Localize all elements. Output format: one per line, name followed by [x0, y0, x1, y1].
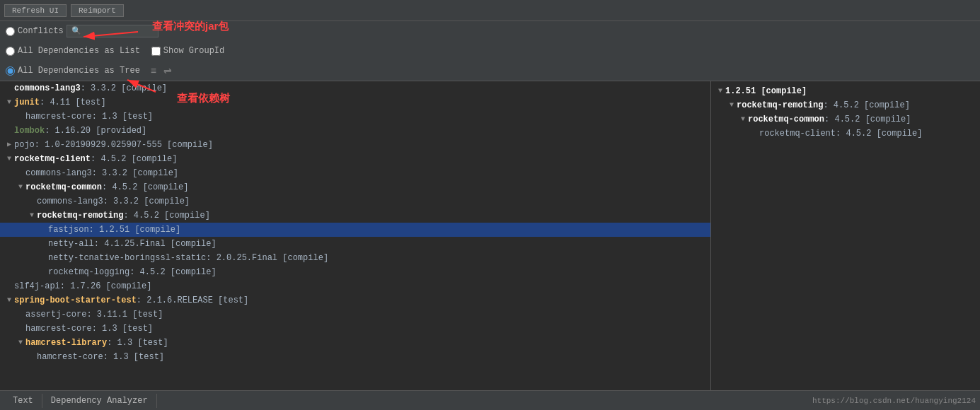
dep-version: : 2.1.6.RELEASE [test]: [137, 294, 248, 307]
toggle-icon[interactable]: ▼: [4, 96, 14, 109]
dep-version: : 4.11 [test]: [40, 96, 106, 109]
dep-name: netty-all: [48, 238, 94, 250]
dep-name: rocketmq-logging: [48, 266, 129, 279]
dep-version: : 4.5.2 [compile]: [123, 209, 209, 222]
right-dependency-panel[interactable]: ▼1.2.51 [compile]▼rocketmq-remoting : 4.…: [711, 81, 980, 390]
dep-name: rocketmq-remoting: [37, 209, 123, 222]
dep-version: : 1.3 [test]: [103, 351, 164, 363]
collapse-all-button[interactable]: ⇌: [161, 64, 174, 77]
dep-version: : 3.11.1 [test]: [86, 308, 163, 321]
toggle-icon[interactable]: ▼: [727, 99, 737, 112]
toggle-icon[interactable]: ▼: [4, 294, 14, 307]
dep-version: : 1.3 [test]: [92, 110, 153, 123]
dep-name: pojo: [14, 139, 35, 151]
toggle-icon[interactable]: ▼: [715, 85, 725, 98]
tree-item[interactable]: rocketmq-client : 4.5.2 [compile]: [711, 127, 980, 141]
tree-item[interactable]: assertj-core : 3.11.1 [test]: [0, 308, 710, 322]
dep-name: rocketmq-client: [14, 153, 91, 165]
tree-item[interactable]: commons-lang3 : 3.3.2 [compile]: [0, 166, 710, 180]
tree-item[interactable]: ▼hamcrest-library : 1.3 [test]: [0, 336, 710, 350]
dep-name: netty-tcnative-boringssl-static: [48, 252, 206, 264]
dep-name: spring-boot-starter-test: [14, 294, 137, 307]
tree-item[interactable]: ▼1.2.51 [compile]: [711, 84, 980, 98]
search-input[interactable]: [67, 25, 158, 37]
tab-dependency-analyzer[interactable]: Dependency Analyzer: [42, 394, 157, 408]
reimport-button[interactable]: Reimport: [71, 4, 124, 17]
show-groupid-checkbox[interactable]: [151, 47, 161, 56]
dep-name: hamcrest-core: [25, 110, 92, 123]
dep-name: slf4j-api: [14, 280, 60, 293]
conflicts-radio[interactable]: [6, 27, 15, 36]
expand-all-button[interactable]: ≡: [149, 64, 158, 77]
dep-version: : 1.0-20190929.025907-555 [compile]: [35, 139, 213, 151]
all-deps-tree-label[interactable]: All Dependencies as Tree: [18, 66, 140, 76]
dep-version: : 3.3.2 [compile]: [103, 195, 190, 208]
toolbar: Refresh UI Reimport: [0, 0, 980, 21]
dep-name: rocketmq-common: [748, 113, 824, 126]
dep-version: : 1.3 [test]: [92, 322, 153, 335]
toggle-icon[interactable]: ▶: [4, 139, 14, 151]
tree-item[interactable]: ▼rocketmq-common : 4.5.2 [compile]: [711, 112, 980, 127]
nav-row-list: All Dependencies as List Show GroupId: [0, 41, 980, 61]
dep-name: commons-lang3: [25, 167, 92, 180]
dep-version: : 4.5.2 [compile]: [823, 99, 909, 112]
tree-item[interactable]: slf4j-api : 1.7.26 [compile]: [0, 279, 710, 293]
tree-item[interactable]: hamcrest-core : 1.3 [test]: [0, 322, 710, 336]
toggle-icon[interactable]: ▼: [16, 336, 25, 349]
tree-item[interactable]: hamcrest-core : 1.3 [test]: [0, 350, 710, 364]
dep-version: : 1.16.20 [provided]: [45, 124, 146, 137]
tree-item[interactable]: hamcrest-core : 1.3 [test]: [0, 110, 710, 124]
toggle-icon[interactable]: ▼: [738, 113, 748, 126]
all-deps-list-label[interactable]: All Dependencies as List: [18, 46, 140, 56]
conflicts-label[interactable]: Conflicts: [18, 26, 64, 36]
tree-item[interactable]: ▼rocketmq-client : 4.5.2 [compile]: [0, 152, 710, 166]
tree-item[interactable]: ▼rocketmq-remoting : 4.5.2 [compile]: [0, 209, 710, 223]
refresh-ui-button[interactable]: Refresh UI: [4, 4, 67, 17]
tree-item[interactable]: commons-lang3 : 3.3.2 [compile]: [0, 194, 710, 209]
dep-version: : 3.3.2 [compile]: [92, 167, 178, 180]
dep-version: : 4.5.2 [compile]: [102, 181, 188, 194]
dep-version: : 4.5.2 [compile]: [91, 153, 177, 165]
tree-item[interactable]: netty-tcnative-boringssl-static : 2.0.25…: [0, 251, 710, 265]
tab-text[interactable]: Text: [4, 394, 42, 408]
dep-name: hamcrest-core: [25, 322, 92, 335]
dep-name: commons-lang3: [14, 82, 81, 95]
toggle-icon[interactable]: ▼: [16, 181, 25, 194]
dep-version: : 3.3.2 [compile]: [81, 82, 167, 95]
dep-name: rocketmq-client: [759, 127, 836, 140]
show-groupid-section: Show GroupId: [151, 46, 224, 56]
dep-version: : 1.7.26 [compile]: [60, 280, 152, 293]
dep-version: : 1.2.51 [compile]: [89, 223, 181, 236]
dep-version: : 1.3 [test]: [107, 336, 168, 349]
tree-item[interactable]: netty-all : 4.1.25.Final [compile]: [0, 237, 710, 251]
tree-item[interactable]: ▶pojo : 1.0-20190929.025907-555 [compile…: [0, 138, 710, 152]
toggle-icon[interactable]: ▼: [27, 209, 37, 222]
nav-row-conflicts: Conflicts: [0, 21, 980, 41]
statusbar-url: https://blog.csdn.net/huangying2124: [812, 397, 976, 405]
dep-name: rocketmq-remoting: [737, 99, 823, 112]
all-deps-tree-radio[interactable]: [6, 66, 15, 76]
show-groupid-label[interactable]: Show GroupId: [163, 46, 224, 56]
dep-name: junit: [14, 96, 40, 109]
all-deps-list-radio[interactable]: [6, 47, 15, 56]
tree-item[interactable]: commons-lang3 : 3.3.2 [compile]: [0, 81, 710, 95]
dep-version: : 4.5.2 [compile]: [836, 127, 922, 140]
dep-name: fastjson: [48, 223, 89, 236]
tree-item[interactable]: ▼rocketmq-remoting : 4.5.2 [compile]: [711, 98, 980, 112]
toggle-icon[interactable]: ▼: [4, 153, 14, 165]
tree-item[interactable]: ▼spring-boot-starter-test : 2.1.6.RELEAS…: [0, 293, 710, 308]
tree-item[interactable]: rocketmq-logging : 4.5.2 [compile]: [0, 265, 710, 279]
dep-name: lombok: [14, 124, 45, 137]
tree-item[interactable]: lombok : 1.16.20 [provided]: [0, 124, 710, 138]
tree-item[interactable]: fastjson : 1.2.51 [compile]: [0, 223, 710, 237]
dep-name: commons-lang3: [37, 195, 103, 208]
tree-item[interactable]: ▼rocketmq-common : 4.5.2 [compile]: [0, 180, 710, 194]
dep-name: hamcrest-library: [25, 336, 107, 349]
dep-name: 1.2.51 [compile]: [725, 85, 807, 98]
dep-name: rocketmq-common: [25, 181, 102, 194]
tree-item[interactable]: ▼junit : 4.11 [test]: [0, 95, 710, 110]
dependency-tree-panel[interactable]: commons-lang3 : 3.3.2 [compile]▼junit : …: [0, 81, 711, 390]
statusbar-tabs: Text Dependency Analyzer: [4, 394, 157, 408]
dep-version: : 2.0.25.Final [compile]: [206, 252, 328, 264]
dep-name: hamcrest-core: [37, 351, 103, 363]
